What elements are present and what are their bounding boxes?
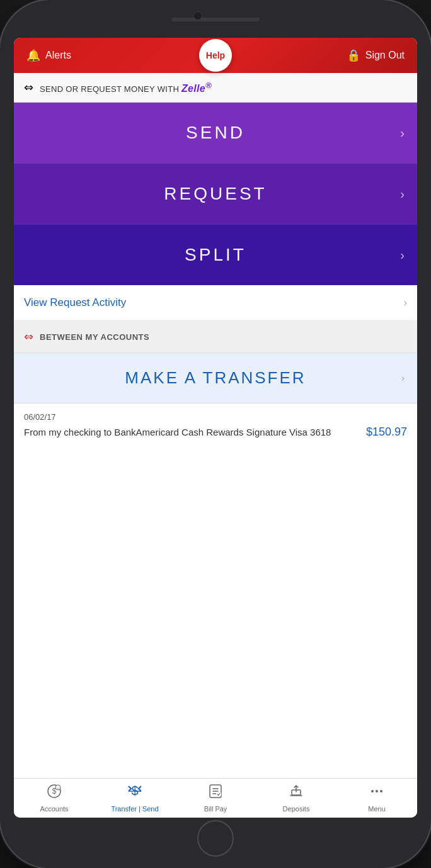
help-label: Help (206, 50, 225, 60)
zelle-text: SEND OR REQUEST MONEY WITH Zelle® (40, 81, 212, 94)
alerts-section[interactable]: 🔔 Alerts (26, 48, 71, 62)
transaction-date: 06/02/17 (24, 412, 407, 422)
view-request-label: View Request Activity (24, 296, 126, 309)
zelle-banner[interactable]: ⇔ SEND OR REQUEST MONEY WITH Zelle® (14, 73, 417, 103)
between-accounts-header: ⇔ BETWEEN MY ACCOUNTS (14, 321, 417, 353)
screen: 🔔 Alerts Help 🔒 Sign Out ⇔ SEND OR REQUE… (14, 38, 417, 818)
between-accounts-section: ⇔ BETWEEN MY ACCOUNTS MAKE A TRANSFER › (14, 321, 417, 403)
nav-item-menu[interactable]: Menu (336, 779, 417, 818)
send-label: SEND (186, 123, 245, 143)
nav-item-bill-pay[interactable]: Bill Pay (175, 779, 256, 818)
help-button[interactable]: Help (199, 39, 232, 72)
nav-item-accounts[interactable]: $ + Accounts (14, 779, 95, 818)
phone-frame: 🔔 Alerts Help 🔒 Sign Out ⇔ SEND OR REQUE… (0, 0, 431, 868)
lock-icon: 🔒 (347, 48, 360, 62)
split-label: SPLIT (185, 245, 246, 265)
bill-pay-label: Bill Pay (204, 805, 227, 813)
split-button[interactable]: SPLIT › (14, 224, 417, 285)
view-request-activity-row[interactable]: View Request Activity › (14, 285, 417, 321)
zelle-brand: Zelle® (181, 83, 212, 94)
send-button[interactable]: SEND › (14, 103, 417, 163)
menu-label: Menu (368, 805, 386, 813)
header: 🔔 Alerts Help 🔒 Sign Out (14, 38, 417, 73)
svg-text:$: $ (131, 784, 138, 798)
transaction-description: From my checking to BankAmericard Cash R… (24, 426, 360, 440)
home-button[interactable] (197, 820, 234, 857)
view-request-chevron-icon: › (404, 297, 407, 308)
zelle-arrow-icon: ⇔ (24, 81, 33, 94)
svg-text:+: + (57, 786, 59, 790)
transaction-section: 06/02/17 From my checking to BankAmerica… (14, 403, 417, 778)
between-arrow-icon: ⇔ (24, 330, 33, 344)
make-transfer-button[interactable]: MAKE A TRANSFER › (14, 353, 417, 403)
svg-point-9 (371, 790, 374, 792)
svg-point-11 (380, 790, 382, 792)
bottom-nav: $ + Accounts $ Transfer | Send (14, 778, 417, 818)
transaction-row: From my checking to BankAmericard Cash R… (24, 426, 407, 440)
nav-item-transfer-send[interactable]: $ Transfer | Send (95, 779, 175, 818)
signout-label: Sign Out (365, 50, 405, 61)
transaction-amount: $150.97 (366, 426, 407, 439)
accounts-icon: $ + (47, 784, 62, 803)
deposits-icon (289, 784, 304, 803)
svg-point-10 (376, 790, 378, 792)
nav-item-deposits[interactable]: Deposits (256, 779, 336, 818)
request-label: REQUEST (164, 184, 267, 204)
between-accounts-label: BETWEEN MY ACCOUNTS (40, 332, 149, 342)
alerts-label: Alerts (45, 50, 71, 61)
request-chevron-icon: › (400, 187, 405, 201)
menu-icon (369, 784, 384, 803)
camera (193, 11, 202, 20)
accounts-label: Accounts (40, 805, 68, 813)
transfer-chevron-icon: › (401, 373, 405, 384)
make-transfer-label: MAKE A TRANSFER (125, 368, 306, 388)
send-chevron-icon: › (400, 126, 405, 140)
transfer-send-icon: $ (126, 784, 144, 803)
deposits-label: Deposits (283, 805, 310, 813)
bell-icon: 🔔 (26, 48, 40, 62)
bill-pay-icon (208, 784, 223, 803)
transfer-send-label: Transfer | Send (111, 805, 158, 813)
request-button[interactable]: REQUEST › (14, 163, 417, 224)
signout-section[interactable]: 🔒 Sign Out (347, 48, 405, 62)
split-chevron-icon: › (400, 248, 405, 262)
